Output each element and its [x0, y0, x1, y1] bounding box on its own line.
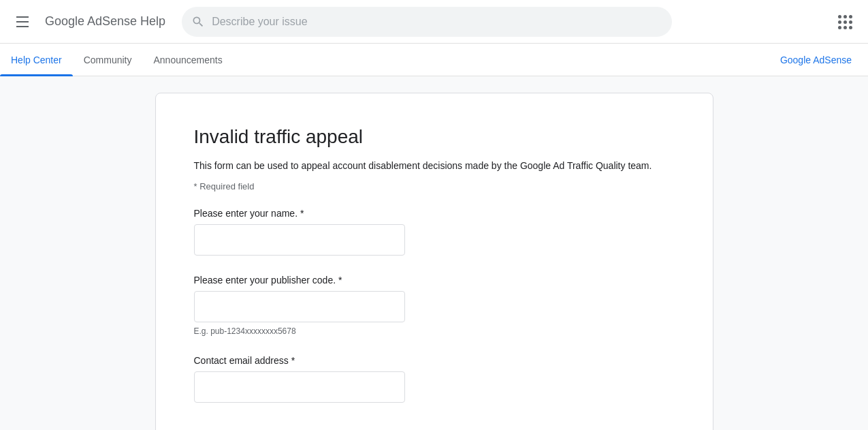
- menu-icon[interactable]: [11, 11, 34, 33]
- form-card: Invalid traffic appeal This form can be …: [155, 93, 713, 430]
- form-group-email: Contact email address *: [194, 355, 675, 403]
- nav-right-link[interactable]: Google AdSense: [780, 55, 868, 65]
- nav-item-help-center[interactable]: Help Center: [0, 44, 73, 76]
- header: Google AdSense Help: [0, 0, 868, 44]
- name-input[interactable]: [194, 224, 405, 256]
- required-note: * Required field: [194, 181, 675, 191]
- header-right: [833, 10, 857, 34]
- email-label: Contact email address *: [194, 355, 675, 366]
- header-left: Google AdSense Help: [11, 11, 165, 33]
- form-title: Invalid traffic appeal: [194, 126, 675, 148]
- app-title: Google AdSense Help: [45, 14, 165, 29]
- email-input[interactable]: [194, 371, 405, 403]
- publisher-code-input[interactable]: [194, 291, 405, 322]
- main-content: Invalid traffic appeal This form can be …: [0, 76, 868, 430]
- form-group-publisher-code: Please enter your publisher code. * E.g.…: [194, 275, 675, 336]
- search-icon: [191, 15, 205, 29]
- form-group-name: Please enter your name. *: [194, 208, 675, 256]
- form-description: This form can be used to appeal account …: [194, 159, 675, 173]
- nav-item-community[interactable]: Community: [73, 44, 143, 76]
- google-adsense-link[interactable]: Google AdSense: [780, 55, 852, 65]
- name-label: Please enter your name. *: [194, 208, 675, 219]
- search-input[interactable]: [182, 7, 672, 37]
- nav-item-announcements[interactable]: Announcements: [143, 44, 234, 76]
- publisher-code-hint: E.g. pub-1234xxxxxxxx5678: [194, 326, 675, 336]
- nav: Help Center Community Announcements Goog…: [0, 44, 868, 76]
- search-bar: [182, 7, 672, 37]
- apps-icon[interactable]: [833, 10, 857, 34]
- publisher-code-label: Please enter your publisher code. *: [194, 275, 675, 286]
